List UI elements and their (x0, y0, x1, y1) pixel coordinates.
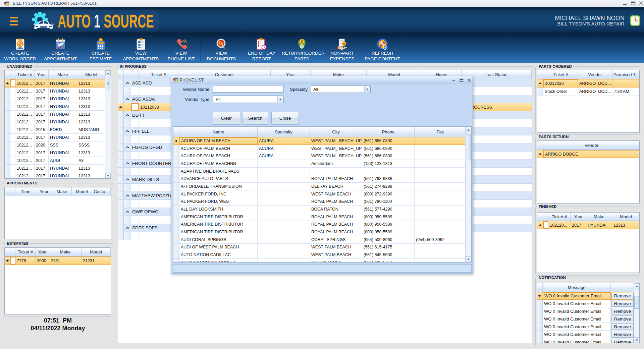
svg-text:$: $ (301, 40, 303, 44)
svg-text:$: $ (343, 42, 345, 46)
